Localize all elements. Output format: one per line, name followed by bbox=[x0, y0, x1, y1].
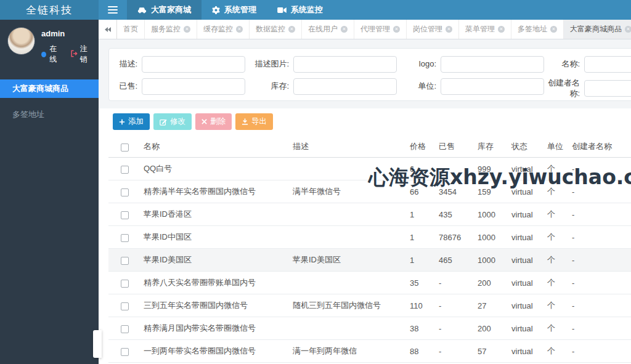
edit-button[interactable]: 修改 bbox=[153, 113, 192, 130]
field-input[interactable] bbox=[441, 78, 544, 95]
field-label: 创建者名称: bbox=[544, 78, 580, 99]
username: admin bbox=[41, 29, 92, 38]
search-field: 已售: bbox=[115, 78, 245, 95]
top-navbar: 全链科技 大富家商城 系统管理 系统监控 bbox=[0, 0, 631, 20]
field-input[interactable] bbox=[142, 78, 245, 95]
column-header: 价格 bbox=[407, 136, 436, 158]
tab-scroll-left-button[interactable] bbox=[99, 20, 117, 39]
table-row[interactable]: 精养满半年实名带圈国内微信号满半年微信号663454 159virtual个-2… bbox=[108, 180, 631, 203]
column-header: 已售 bbox=[436, 136, 475, 158]
nav-item-system-management[interactable]: 系统管理 bbox=[202, 0, 267, 20]
column-header: 单位 bbox=[545, 136, 569, 158]
tab[interactable]: 首页 bbox=[117, 20, 145, 39]
column-header: 状态 bbox=[509, 136, 545, 158]
row-checkbox[interactable] bbox=[121, 166, 129, 174]
tab-close-icon[interactable]: × bbox=[625, 26, 631, 33]
table-row[interactable]: 三到五年实名带圈国内微信号随机三到五年国内微信号110- 27virtual个-… bbox=[108, 294, 631, 317]
tab[interactable]: 缓存监控 × bbox=[197, 20, 250, 39]
sidebar: admin 在线 注销 大富豪商城商品 多签地址 bbox=[0, 20, 99, 364]
tab-close-icon[interactable]: × bbox=[446, 26, 452, 33]
panel-drag-handle[interactable] bbox=[93, 330, 102, 358]
content-area: 首页 服务监控 × 缓存监控 × 数据监控 × 在线用户 × 代理管理 × 岗位… bbox=[99, 20, 631, 364]
sidebar-item-multisig-address[interactable]: 多签地址 bbox=[0, 105, 99, 124]
row-checkbox[interactable] bbox=[121, 211, 129, 219]
field-input[interactable] bbox=[142, 56, 245, 73]
table-body: QQ白号6- 999virtual个-20 精养满半年实名带圈国内微信号满半年微… bbox=[108, 158, 631, 364]
row-checkbox[interactable] bbox=[121, 302, 129, 310]
tab[interactable]: 大富豪商城商品 × bbox=[564, 20, 631, 39]
column-header: 创建者名称 bbox=[569, 136, 631, 158]
table-toolbar: 添加 修改 删除 导出 bbox=[99, 113, 631, 130]
row-checkbox[interactable] bbox=[121, 325, 129, 333]
tab[interactable]: 代理管理 × bbox=[354, 20, 407, 39]
field-input[interactable] bbox=[293, 56, 397, 73]
row-checkbox[interactable] bbox=[121, 188, 129, 196]
search-field: 描述: bbox=[115, 56, 245, 73]
row-checkbox[interactable] bbox=[121, 280, 129, 288]
table-row[interactable]: 苹果ID中国区178676 1000virtual个-20 bbox=[108, 226, 631, 249]
table-row[interactable]: 苹果ID香港区1435 1000virtual个-20 bbox=[108, 203, 631, 226]
tab-close-icon[interactable]: × bbox=[498, 26, 505, 33]
online-status-label: 在线 bbox=[49, 44, 63, 65]
tab[interactable]: 在线用户 × bbox=[302, 20, 354, 39]
field-input[interactable] bbox=[584, 56, 631, 73]
table-row[interactable]: 一到两年带实名带圈国内微信号满一年到两年微信88- 57virtual个-20 bbox=[108, 340, 631, 363]
field-label: 库存: bbox=[252, 81, 289, 92]
table-row[interactable]: 苹果ID美国区苹果ID美国区1465 1000virtual个-20 bbox=[108, 249, 631, 272]
field-input[interactable] bbox=[584, 80, 631, 97]
field-label: 单位: bbox=[415, 81, 436, 92]
tab-close-icon[interactable]: × bbox=[341, 26, 348, 33]
table-header-row: 名称描述价格已售库存状态单位创建者名称创建 bbox=[108, 136, 631, 158]
search-form-card: 描述: 描述图片: logo: 名称: 已售: 库存: 单位: 创建者名称: bbox=[108, 48, 631, 101]
download-icon bbox=[242, 118, 248, 125]
times-icon bbox=[202, 119, 207, 124]
delete-button[interactable]: 删除 bbox=[195, 113, 232, 130]
products-table: 名称描述价格已售库存状态单位创建者名称创建 QQ白号6- 999virtual个… bbox=[108, 136, 631, 364]
field-input[interactable] bbox=[441, 56, 544, 73]
search-field: 库存: bbox=[252, 78, 397, 95]
export-button[interactable]: 导出 bbox=[235, 113, 273, 130]
table-row[interactable]: QQ白号6- 999virtual个-20 bbox=[108, 158, 631, 180]
top-nav-menu: 大富家商城 系统管理 系统监控 bbox=[99, 0, 631, 20]
user-panel: admin 在线 注销 bbox=[0, 20, 99, 71]
field-label: logo: bbox=[415, 59, 436, 70]
car-icon bbox=[137, 6, 147, 14]
search-field: 描述图片: bbox=[252, 56, 397, 73]
nav-item-mall[interactable]: 大富家商城 bbox=[127, 0, 202, 20]
row-checkbox[interactable] bbox=[121, 234, 129, 242]
row-checkbox[interactable] bbox=[121, 257, 129, 265]
online-status-dot bbox=[41, 52, 46, 57]
nav-item-system-monitor[interactable]: 系统监控 bbox=[267, 0, 333, 20]
field-label: 描述图片: bbox=[252, 59, 289, 70]
page-body: 描述: 描述图片: logo: 名称: 已售: 库存: 单位: 创建者名称: bbox=[99, 39, 631, 364]
field-label: 名称: bbox=[544, 59, 580, 70]
tab[interactable]: 多签地址 × bbox=[511, 20, 564, 39]
row-checkbox[interactable] bbox=[121, 348, 129, 356]
table-row[interactable]: 精养八天实名带圈带账单国内号35- 200virtual个-20 bbox=[108, 272, 631, 294]
sidebar-item-mall-products[interactable]: 大富豪商城商品 bbox=[0, 79, 99, 98]
user-avatar[interactable] bbox=[7, 27, 35, 55]
tab[interactable]: 服务监控 × bbox=[145, 20, 197, 39]
tab-close-icon[interactable]: × bbox=[393, 26, 400, 33]
sidebar-toggle-button[interactable] bbox=[99, 0, 127, 20]
select-all-checkbox[interactable] bbox=[121, 144, 129, 152]
plus-icon bbox=[119, 119, 125, 125]
logout-link[interactable]: 注销 bbox=[70, 44, 92, 65]
table-row[interactable]: 精养满月国内带实名带圈微信号38- 200virtual个-20 bbox=[108, 317, 631, 340]
add-button[interactable]: 添加 bbox=[113, 113, 150, 130]
tab[interactable]: 数据监控 × bbox=[250, 20, 302, 39]
brand-logo: 全链科技 bbox=[0, 0, 99, 20]
tab-close-icon[interactable]: × bbox=[184, 26, 190, 33]
tab-close-icon[interactable]: × bbox=[236, 26, 243, 33]
tab[interactable]: 菜单管理 × bbox=[459, 20, 511, 39]
edit-icon bbox=[160, 118, 167, 126]
field-label: 描述: bbox=[115, 59, 137, 70]
search-field: logo: bbox=[415, 56, 544, 73]
tab[interactable]: 岗位管理 × bbox=[407, 20, 459, 39]
tab-close-icon[interactable]: × bbox=[288, 26, 295, 33]
search-field: 单位: bbox=[415, 78, 544, 95]
tab-close-icon[interactable]: × bbox=[550, 26, 557, 33]
search-field: 名称: bbox=[544, 56, 631, 73]
logout-icon bbox=[70, 50, 78, 59]
field-input[interactable] bbox=[293, 78, 397, 95]
